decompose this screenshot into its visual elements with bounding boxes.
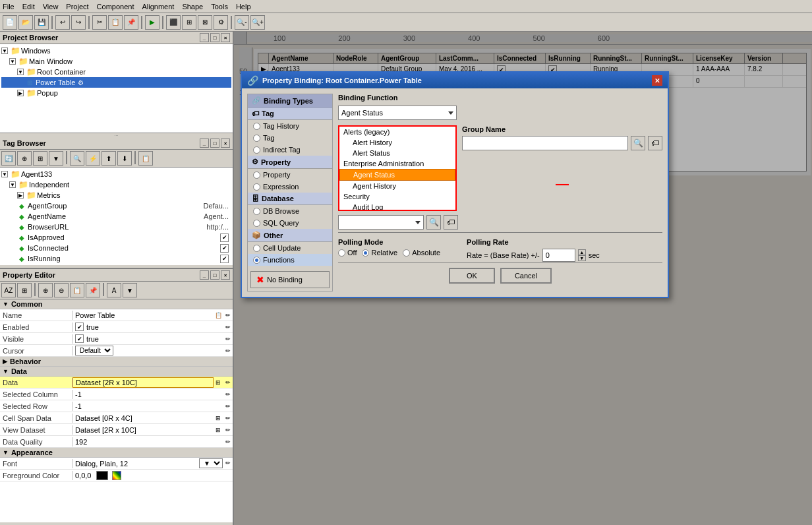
- tag-browser-close[interactable]: ×: [221, 139, 230, 148]
- menu-edit[interactable]: Edit: [22, 3, 35, 11]
- menu-component[interactable]: Component: [97, 3, 134, 11]
- binding-tree-security[interactable]: Security: [339, 191, 455, 202]
- tag-btn-9[interactable]: 📋: [138, 151, 153, 166]
- binding-item-sql-query[interactable]: SQL Query: [248, 217, 332, 229]
- tag-tree-agent133[interactable]: ▼ 📁 Agent133: [1, 169, 231, 179]
- checkbox-visible[interactable]: ✔: [75, 334, 84, 343]
- polling-relative-option[interactable]: Relative: [362, 249, 397, 257]
- prop-btn-more[interactable]: ▼: [123, 283, 137, 297]
- binding-item-functions[interactable]: Functions: [248, 254, 332, 266]
- prop-icon-edit-data[interactable]: ✏: [223, 378, 233, 387]
- project-tree-item-mainwindow[interactable]: ▼ 📁 Main Window: [1, 56, 231, 67]
- prop-icon-copy-name[interactable]: 📋: [214, 311, 223, 320]
- toolbar-cut[interactable]: ✂: [92, 15, 107, 30]
- radio-sql-query[interactable]: [253, 220, 260, 227]
- toolbar-zoom-out[interactable]: 🔍-: [235, 15, 249, 30]
- property-editor-minimize[interactable]: _: [200, 270, 209, 280]
- toolbar-new[interactable]: 📄: [3, 15, 17, 30]
- toolbar-paste[interactable]: 📌: [124, 15, 138, 30]
- prop-btn-font[interactable]: A: [107, 283, 121, 297]
- prop-icon-edit-viewdataset[interactable]: ✏: [223, 425, 233, 435]
- toolbar-play[interactable]: ▶: [145, 15, 160, 30]
- tag-tree-browserurl[interactable]: ◆ BrowserURL http:/...: [1, 222, 231, 232]
- group-name-btn-2[interactable]: 🏷: [648, 136, 662, 150]
- group-name-input[interactable]: [462, 136, 628, 150]
- radio-cell-update[interactable]: [253, 245, 260, 252]
- prop-icon-edit-dataquality[interactable]: ✏: [223, 437, 233, 447]
- radio-db-browse[interactable]: [253, 208, 260, 215]
- toolbar-open[interactable]: 📂: [18, 15, 33, 30]
- toolbar-copy[interactable]: 📋: [108, 15, 123, 30]
- prop-section-appearance[interactable]: ▼ Appearance: [0, 448, 233, 458]
- toolbar-redo[interactable]: ↪: [71, 15, 86, 30]
- menu-tools[interactable]: Tools: [211, 3, 228, 11]
- toolbar-zoom-in[interactable]: 🔍+: [250, 15, 265, 30]
- polling-rate-input[interactable]: [542, 249, 575, 262]
- property-editor-maximize[interactable]: □: [210, 270, 219, 280]
- binding-tree-alert-status[interactable]: Alert Status: [339, 148, 455, 158]
- toolbar-btn-b[interactable]: ⊞: [182, 15, 196, 30]
- property-editor-close[interactable]: ×: [221, 270, 230, 280]
- binding-extra-btn-2[interactable]: 🏷: [444, 215, 458, 230]
- prop-value-enabled[interactable]: ✔ true: [72, 322, 223, 332]
- project-tree-item-rootcontainer[interactable]: ▼ 📁 Root Container: [1, 67, 231, 77]
- tag-btn-5[interactable]: 🔍: [70, 151, 84, 166]
- prop-value-name[interactable]: Power Table: [72, 311, 214, 320]
- tag-tree-agentgroup[interactable]: ◆ AgentGroup Defau...: [1, 201, 231, 211]
- spin-up[interactable]: ▲: [578, 249, 586, 255]
- checkbox-enabled[interactable]: ✔: [75, 323, 84, 331]
- binding-extra-btn-1[interactable]: 🔍: [426, 215, 441, 230]
- tag-btn-4[interactable]: ▼: [49, 151, 63, 166]
- project-tree-item-popup[interactable]: ▶ 📁 Popup: [1, 88, 231, 98]
- no-binding-button[interactable]: ✖ No Binding: [250, 271, 330, 288]
- binding-tree-alert-history[interactable]: Alert History: [339, 137, 455, 148]
- fgcolor-picker[interactable]: [112, 471, 121, 480]
- fgcolor-swatch[interactable]: [96, 471, 108, 480]
- binding-section-database[interactable]: 🗄 Database: [248, 193, 332, 205]
- expand-independent[interactable]: ▼: [9, 181, 16, 188]
- expand-agent133[interactable]: ▼: [1, 171, 8, 177]
- prop-btn-sort[interactable]: AZ: [1, 283, 16, 297]
- tag-tree-isconnected[interactable]: ◆ IsConnected ✔: [1, 243, 231, 253]
- tag-btn-6[interactable]: ⚡: [86, 151, 100, 166]
- radio-indirect-tag[interactable]: [253, 146, 260, 154]
- prop-icon-table-data[interactable]: ⊞: [214, 378, 223, 387]
- tag-btn-2[interactable]: ⊕: [17, 151, 32, 166]
- binding-extra-dropdown[interactable]: [338, 215, 424, 230]
- tag-btn-7[interactable]: ⬆: [102, 151, 116, 166]
- prop-icon-edit-visible[interactable]: ✏: [223, 334, 233, 344]
- tag-tree-independent[interactable]: ▼ 📁 Independent: [1, 179, 231, 190]
- menu-project[interactable]: Project: [66, 3, 88, 11]
- prop-section-common[interactable]: ▼ Common: [0, 299, 233, 309]
- radio-functions[interactable]: [253, 257, 260, 264]
- binding-item-db-browse[interactable]: DB Browse: [248, 205, 332, 217]
- toolbar-undo[interactable]: ↩: [55, 15, 70, 30]
- tag-btn-8[interactable]: ⬇: [117, 151, 132, 166]
- tag-tree-isapproved[interactable]: ◆ IsApproved ✔: [1, 232, 231, 243]
- menu-shape[interactable]: Shape: [182, 3, 203, 11]
- binding-item-tag[interactable]: Tag: [248, 132, 332, 144]
- prop-btn-collapse[interactable]: ⊖: [54, 283, 69, 297]
- tag-browser-maximize[interactable]: □: [210, 139, 219, 148]
- prop-icon-edit-selectedcol[interactable]: ✏: [223, 390, 233, 399]
- prop-icon-edit-selectedrow[interactable]: ✏: [223, 402, 233, 411]
- prop-btn-copy[interactable]: 📋: [70, 283, 84, 297]
- tag-tree-agentname[interactable]: ◆ AgentName Agent...: [1, 211, 231, 222]
- binding-tree-alerts[interactable]: Alerts (legacy): [339, 127, 455, 137]
- prop-icon-edit-cellspan[interactable]: ✏: [223, 414, 233, 423]
- prop-value-data[interactable]: Dataset [2R x 10C]: [72, 377, 214, 388]
- radio-polling-off[interactable]: [338, 249, 345, 257]
- prop-icon-edit-enabled[interactable]: ✏: [223, 323, 233, 332]
- binding-item-tag-history[interactable]: Tag History: [248, 120, 332, 132]
- radio-expression[interactable]: [253, 183, 260, 191]
- radio-property[interactable]: [253, 171, 260, 179]
- cancel-button[interactable]: Cancel: [500, 268, 552, 284]
- prop-value-visible[interactable]: ✔ true: [72, 334, 223, 344]
- prop-icon-table-viewdataset[interactable]: ⊞: [214, 425, 223, 435]
- cursor-dropdown[interactable]: Default: [75, 346, 113, 355]
- project-browser-close[interactable]: ×: [221, 33, 230, 42]
- project-browser-maximize[interactable]: □: [210, 33, 219, 42]
- binding-function-dropdown[interactable]: Agent Status: [338, 106, 457, 120]
- tag-btn-3[interactable]: ⊞: [33, 151, 47, 166]
- toolbar-save[interactable]: 💾: [34, 15, 49, 30]
